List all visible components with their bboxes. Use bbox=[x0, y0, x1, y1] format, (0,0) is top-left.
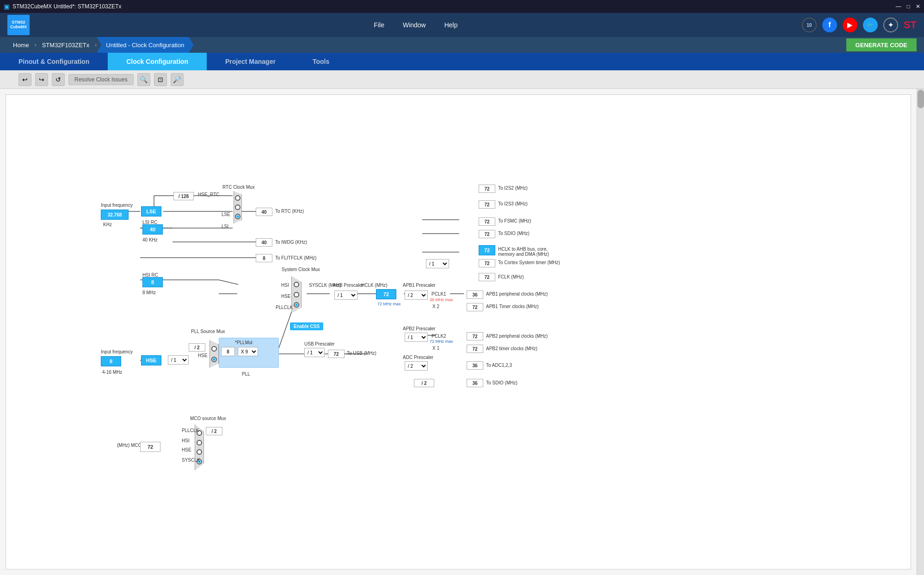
sdio-bottom-value[interactable]: 36 bbox=[467, 379, 483, 387]
div128-block[interactable]: / 128 bbox=[173, 192, 194, 200]
apb2-timer-value[interactable]: 72 bbox=[467, 345, 483, 353]
i2s3-value[interactable]: 72 bbox=[479, 200, 495, 209]
usb-value[interactable]: 72 bbox=[328, 350, 345, 358]
sysclk-mux-pll[interactable] bbox=[294, 302, 299, 308]
sysclk-mux-hsi[interactable] bbox=[294, 282, 299, 287]
fclk-value[interactable]: 72 bbox=[479, 273, 495, 281]
undo-button[interactable]: ↩ bbox=[18, 73, 31, 86]
lsi-rc-value[interactable]: 40 bbox=[142, 224, 163, 235]
hse-prescaler-select[interactable]: / 1 bbox=[168, 355, 189, 365]
rtc-mux-radio-3[interactable] bbox=[235, 214, 240, 219]
pll-area: *PLLMul 8 X 9 bbox=[219, 338, 279, 368]
ahb-prescaler-select[interactable]: / 1 bbox=[334, 291, 357, 300]
tab-project[interactable]: Project Manager bbox=[207, 53, 294, 70]
pll-mul-label: *PLLMul bbox=[235, 340, 290, 345]
input-freq-2-value[interactable]: 8 bbox=[101, 356, 121, 366]
scrollbar-thumb[interactable] bbox=[918, 90, 924, 108]
hclk-value[interactable]: 72 bbox=[376, 289, 396, 299]
i2s2-value[interactable]: 72 bbox=[479, 185, 495, 193]
sysclk-mux[interactable] bbox=[291, 276, 302, 313]
div2-bottom[interactable]: / 2 bbox=[414, 379, 434, 387]
tab-pinout[interactable]: Pinout & Configuration bbox=[0, 53, 108, 70]
network-icon[interactable]: ✦ bbox=[883, 18, 898, 32]
apb2-prescaler-select[interactable]: / 1 bbox=[405, 333, 428, 342]
hsi-mux-label: HSI bbox=[281, 283, 289, 288]
to-rtc-value[interactable]: 40 bbox=[256, 208, 272, 216]
app-logo: STM32 CubeMX bbox=[7, 15, 30, 35]
app-icon: ▣ bbox=[4, 3, 10, 10]
zoom-in-button[interactable]: 🔍 bbox=[137, 73, 150, 86]
menu-file[interactable]: File bbox=[374, 21, 384, 29]
adc-value[interactable]: 36 bbox=[467, 361, 483, 370]
lsi-mux-label: LSI bbox=[222, 224, 228, 229]
scrollbar-right[interactable] bbox=[917, 89, 924, 575]
to-flitfclk-value[interactable]: 8 bbox=[256, 254, 272, 262]
fit-button[interactable]: ⊡ bbox=[154, 73, 167, 86]
mco-pllclk-label: PLLCLK bbox=[182, 428, 199, 433]
close-button[interactable]: ✕ bbox=[916, 3, 920, 10]
enable-css-button[interactable]: Enable CSS bbox=[290, 322, 323, 330]
toolbar: ↩ ↪ ↺ Resolve Clock Issues 🔍 ⊡ 🔎 bbox=[0, 70, 924, 89]
adc-prescaler-select[interactable]: / 2 bbox=[405, 361, 428, 371]
rtc-mux-radio-1[interactable] bbox=[235, 195, 240, 201]
fsmc-value[interactable]: 72 bbox=[479, 217, 495, 226]
usb-label: To USB (MHz) bbox=[347, 351, 376, 356]
breadcrumb-current[interactable]: Untitled - Clock Configuration bbox=[97, 37, 193, 53]
rtc-mux-radio-2[interactable] bbox=[235, 204, 240, 210]
apb2-periph-value[interactable]: 72 bbox=[467, 332, 483, 340]
zoom-out-button[interactable]: 🔎 bbox=[171, 73, 184, 86]
refresh-button[interactable]: ↺ bbox=[52, 73, 65, 86]
lse-block[interactable]: LSE bbox=[141, 206, 161, 216]
facebook-icon[interactable]: f bbox=[822, 18, 837, 32]
cortex-prescaler-select[interactable]: / 1 bbox=[426, 259, 449, 268]
sysclk-mux-hse[interactable] bbox=[294, 292, 299, 297]
svg-line-22 bbox=[219, 280, 238, 284]
mco-div2[interactable]: / 2 bbox=[206, 427, 222, 435]
pll-mux-hse[interactable] bbox=[211, 357, 217, 362]
rtc-mux[interactable] bbox=[234, 191, 242, 223]
mco-hsi[interactable] bbox=[197, 440, 202, 445]
pll-mul-select[interactable]: X 9 bbox=[238, 347, 258, 356]
to-iwdg-value[interactable]: 40 bbox=[256, 238, 272, 247]
pll-div2[interactable]: / 2 bbox=[189, 343, 205, 352]
menu-window[interactable]: Window bbox=[403, 21, 426, 29]
breadcrumb-mcu[interactable]: STM32F103ZETx bbox=[37, 37, 95, 53]
mco-value[interactable]: 72 bbox=[140, 442, 160, 452]
mco-hse[interactable] bbox=[197, 449, 202, 455]
hse-mux-label: HSE bbox=[281, 294, 291, 299]
x2-label: X 2 bbox=[432, 304, 439, 309]
redo-button[interactable]: ↪ bbox=[35, 73, 48, 86]
mco-label: (MHz) MCO bbox=[117, 443, 142, 448]
menu-help[interactable]: Help bbox=[444, 21, 458, 29]
resolve-clock-issues-button[interactable]: Resolve Clock Issues bbox=[68, 74, 134, 85]
maximize-button[interactable]: □ bbox=[907, 3, 910, 10]
pll-mux-hsi[interactable] bbox=[211, 346, 217, 352]
window-title: STM32CubeMX Untitled*: STM32F103ZETx bbox=[12, 3, 121, 10]
sdio-value[interactable]: 72 bbox=[479, 230, 495, 238]
generate-code-button[interactable]: GENERATE CODE bbox=[846, 38, 917, 51]
input-freq-1-unit: KHz bbox=[103, 222, 112, 227]
hclk-ahb-value[interactable]: 72 bbox=[479, 245, 495, 255]
hsi-rc-value[interactable]: 8 bbox=[142, 277, 163, 287]
youtube-icon[interactable]: ▶ bbox=[843, 18, 857, 32]
cortex-value[interactable]: 72 bbox=[479, 259, 495, 267]
hse-block[interactable]: HSE bbox=[141, 355, 161, 365]
pll-source-mux[interactable] bbox=[209, 340, 219, 368]
tab-clock[interactable]: Clock Configuration bbox=[108, 53, 207, 70]
input-freq-1-value[interactable]: 32.768 bbox=[101, 210, 129, 220]
breadcrumb-home[interactable]: Home bbox=[7, 37, 35, 53]
apb2-prescaler-label: APB2 Prescaler bbox=[403, 326, 436, 331]
apb1-periph-value[interactable]: 36 bbox=[467, 291, 483, 299]
pll-mul-value[interactable]: 8 bbox=[221, 347, 235, 356]
fclk-label: FCLK (MHz) bbox=[498, 274, 524, 279]
rtc-clock-mux-label: RTC Clock Mux bbox=[222, 185, 255, 190]
usb-prescaler-select[interactable]: / 1 bbox=[304, 348, 325, 357]
twitter-icon[interactable]: 🐦 bbox=[863, 18, 878, 32]
apb1-prescaler-select[interactable]: / 2 bbox=[405, 291, 428, 300]
minimize-button[interactable]: — bbox=[896, 3, 901, 10]
apb1-timer-value[interactable]: 72 bbox=[467, 303, 483, 311]
ahb-prescaler-label: AHB Prescaler bbox=[333, 283, 363, 288]
hse-rtc-label: HSE_RTC bbox=[198, 192, 220, 197]
pclk2-max: 72 MHz max bbox=[430, 339, 453, 344]
tab-tools[interactable]: Tools bbox=[294, 53, 348, 70]
